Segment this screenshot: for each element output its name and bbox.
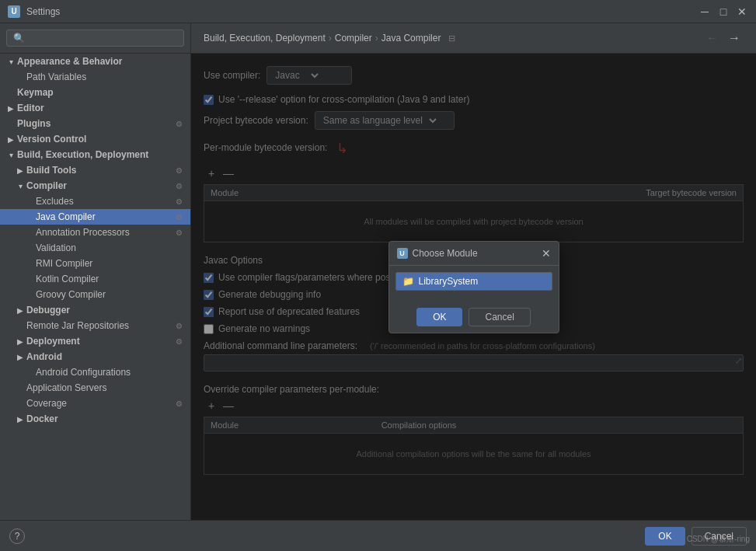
sidebar-label-coverage: Coverage [26,398,67,409]
sidebar-item-kotlin-compiler[interactable]: Kotlin Compiler [0,271,190,287]
spacer [16,321,25,330]
module-list-item-library-system[interactable]: 📁 LibrarySystem [396,273,552,290]
sidebar-label-annotation-processors: Annotation Processors [36,227,130,238]
spacer [25,368,34,377]
ok-button[interactable]: OK [645,527,685,546]
sidebar-item-annotation-processors[interactable]: Annotation Processors ⚙ [0,225,190,240]
expand-arrow-icon: ▶ [16,337,25,346]
sidebar-item-editor[interactable]: ▶ Editor [0,100,190,116]
sidebar-label-build-execution-deployment: Build, Execution, Deployment [17,149,148,160]
sidebar-item-path-variables[interactable]: Path Variables [0,69,190,85]
expand-arrow-icon: ▶ [16,166,25,175]
settings-badge-icon: ⚙ [173,398,184,409]
title-bar: U Settings ─ □ ✕ [0,0,756,23]
settings-badge-icon: ⚙ [173,180,184,191]
sidebar-item-deployment[interactable]: ▶ Deployment ⚙ [0,333,190,349]
breadcrumb: Build, Execution, Deployment › Compiler … [204,33,455,44]
sidebar-item-build-tools[interactable]: ▶ Build Tools ⚙ [0,162,190,178]
modal-title-row: U Choose Module [397,248,478,259]
content-area: Build, Execution, Deployment › Compiler … [191,23,756,520]
sidebar-label-validation: Validation [36,242,76,253]
nav-arrows: ← → [703,31,744,45]
app-icon: U [8,5,20,18]
sidebar-item-remote-jar-repositories[interactable]: Remote Jar Repositories ⚙ [0,318,190,333]
spacer [16,72,25,82]
sidebar-label-debugger: Debugger [26,305,70,316]
maximize-button[interactable]: □ [717,5,730,18]
settings-badge-icon: ⚙ [173,336,184,347]
expand-arrow-icon: ▶ [6,103,16,113]
spacer [25,197,34,206]
sidebar-item-coverage[interactable]: Coverage ⚙ [0,396,190,411]
spacer [25,290,34,299]
modal-title: Choose Module [413,248,478,259]
sidebar-label-application-servers: Application Servers [26,382,106,393]
choose-module-modal: U Choose Module ✕ 📁 LibrarySystem [388,241,559,333]
expand-arrow-icon: ▶ [16,352,25,361]
sidebar-item-validation[interactable]: Validation [0,240,190,256]
expand-arrow-icon: ▶ [6,134,16,144]
spacer [6,88,16,97]
sidebar-item-appearance-behavior[interactable]: ▾ Appearance & Behavior [0,54,190,69]
settings-badge-icon: ⚙ [173,165,184,176]
expand-arrow-icon: ▾ [6,150,16,159]
module-list-item-label: LibrarySystem [419,276,479,287]
sidebar-item-android[interactable]: ▶ Android [0,349,190,364]
main-layout: ▾ Appearance & Behavior Path Variables K… [0,23,756,520]
sidebar: ▾ Appearance & Behavior Path Variables K… [0,23,191,520]
nav-back-button[interactable]: ← [703,31,722,45]
close-button[interactable]: ✕ [736,5,748,18]
sidebar-item-groovy-compiler[interactable]: Groovy Compiler [0,287,190,302]
nav-forward-button[interactable]: → [725,31,744,45]
sidebar-label-rmi-compiler: RMI Compiler [36,258,92,269]
sidebar-item-application-servers[interactable]: Application Servers [0,380,190,396]
sidebar-label-android: Android [26,351,62,362]
spacer [16,399,25,408]
sidebar-label-groovy-compiler: Groovy Compiler [36,289,106,300]
spacer [25,228,34,237]
modal-body: 📁 LibrarySystem [389,266,559,303]
modal-close-button[interactable]: ✕ [542,248,551,259]
module-folder-icon: 📁 [402,276,414,287]
modal-header: U Choose Module ✕ [389,242,559,266]
expand-arrow-icon: ▶ [16,414,25,424]
sidebar-label-version-control: Version Control [17,134,86,145]
sidebar-item-docker[interactable]: ▶ Docker [0,411,190,427]
sidebar-label-compiler: Compiler [26,180,67,191]
breadcrumb-part-1: Build, Execution, Deployment [204,33,326,44]
spacer [25,212,34,221]
sidebar-item-keymap[interactable]: Keymap [0,85,190,100]
settings-badge-icon: ⚙ [173,196,184,207]
sidebar-item-rmi-compiler[interactable]: RMI Compiler [0,256,190,271]
sidebar-item-excludes[interactable]: Excludes ⚙ [0,194,190,209]
sidebar-item-android-configurations[interactable]: Android Configurations [0,364,190,380]
sidebar-item-java-compiler[interactable]: Java Compiler ⚙ [0,209,190,225]
content-body: Use compiler: Javac Eclipse Ajc Use '--r… [191,54,756,520]
sidebar-label-java-compiler: Java Compiler [36,211,96,222]
window-title: Settings [26,6,699,17]
minimize-button[interactable]: ─ [699,5,711,18]
sidebar-search-container [0,23,190,54]
spacer [6,119,16,128]
settings-badge-icon: ⚙ [173,320,184,331]
sidebar-label-android-configurations: Android Configurations [36,367,131,378]
breadcrumb-separator-2: › [375,33,378,44]
modal-ok-button[interactable]: OK [416,308,462,326]
modal-overlay: U Choose Module ✕ 📁 LibrarySystem [191,54,756,520]
sidebar-item-version-control[interactable]: ▶ Version Control [0,131,190,147]
sidebar-item-compiler[interactable]: ▾ Compiler ⚙ [0,178,190,194]
sidebar-label-deployment: Deployment [26,336,80,347]
modal-cancel-button[interactable]: Cancel [469,308,530,326]
spacer [16,383,25,392]
module-list: 📁 LibrarySystem [395,272,552,291]
settings-badge-icon: ⚙ [173,211,184,222]
search-input[interactable] [6,30,184,47]
sidebar-label-kotlin-compiler: Kotlin Compiler [36,274,99,284]
sidebar-item-build-execution-deployment[interactable]: ▾ Build, Execution, Deployment [0,147,190,162]
content-header: Build, Execution, Deployment › Compiler … [191,23,756,54]
sidebar-label-excludes: Excludes [36,196,74,207]
sidebar-item-plugins[interactable]: Plugins ⚙ [0,116,190,131]
help-button[interactable]: ? [9,528,25,544]
breadcrumb-icon: ⊟ [448,33,455,44]
sidebar-item-debugger[interactable]: ▶ Debugger [0,302,190,318]
